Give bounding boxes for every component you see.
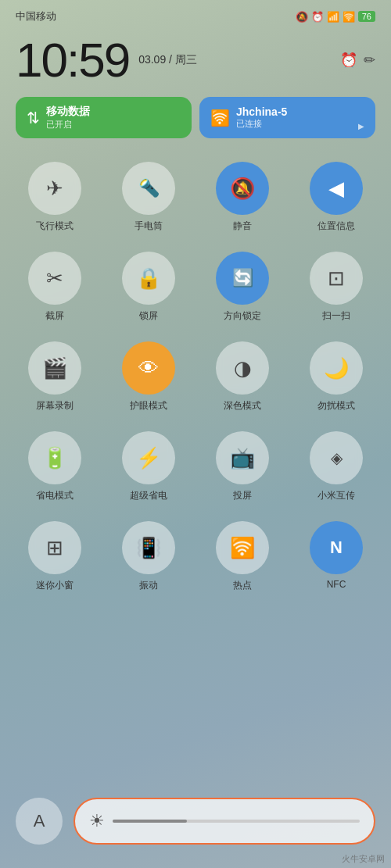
- mute-item[interactable]: 🔕 静音: [196, 154, 289, 244]
- darkmode-label: 深色模式: [224, 399, 261, 413]
- brightness-row: A ☀: [16, 798, 375, 845]
- darkmode-circle: ◑: [216, 341, 269, 395]
- screenshot-label: 截屏: [45, 309, 64, 323]
- vibrate-label: 振动: [139, 579, 158, 592]
- edit-icon[interactable]: ✏: [364, 52, 375, 69]
- mitransfer-label: 小米互传: [317, 489, 355, 502]
- battery-circle: 🔋: [28, 431, 81, 484]
- battery-save-icon: 🔋: [42, 446, 67, 470]
- hotspot-item[interactable]: 🛜 热点: [196, 513, 289, 603]
- wifi-icon: 🛜: [343, 11, 355, 23]
- flashlight-item[interactable]: 🔦 手电筒: [102, 154, 196, 244]
- font-size-button[interactable]: A: [16, 798, 63, 845]
- miniwin-item[interactable]: ⊞ 迷你小窗: [8, 513, 102, 603]
- transfer-icon: ◈: [331, 448, 343, 467]
- nfc-circle: N: [310, 521, 363, 574]
- cast-circle: 📺: [216, 431, 269, 484]
- vibrate-item[interactable]: 📳 振动: [102, 513, 196, 603]
- supersave-circle: ⚡: [122, 431, 175, 484]
- cast-label: 投屏: [233, 489, 252, 502]
- dnd-circle: 🌙: [310, 341, 363, 395]
- time-action-icons: ⏰ ✏: [340, 52, 375, 69]
- time-section: 10:59 03.09 / 周三 ⏰ ✏: [0, 30, 391, 97]
- mute-icon: 🔕: [230, 177, 255, 201]
- scan-label: 扫一扫: [322, 309, 350, 323]
- location-circle: ◀: [310, 162, 363, 215]
- nfc-item[interactable]: N NFC: [289, 513, 383, 603]
- wifi-toggle[interactable]: 🛜 Jhchina-5 已连接 ▶: [199, 97, 375, 138]
- flashlight-icon: 🔦: [138, 178, 160, 198]
- watermark: 火牛安卓网: [342, 853, 385, 865]
- screenshot-icon: ✂: [46, 266, 63, 291]
- darkmode-item[interactable]: ◑ 深色模式: [196, 334, 289, 423]
- wifi-name: Jhchina-5: [236, 105, 287, 118]
- flashlight-label: 手电筒: [135, 220, 163, 233]
- brightness-slider[interactable]: ☀: [74, 798, 375, 845]
- screenrecord-icon: 🎬: [42, 356, 67, 380]
- carrier-label: 中国移动: [16, 9, 56, 23]
- battery-label: 省电模式: [36, 489, 74, 502]
- rotation-item[interactable]: 🔄 方向锁定: [196, 244, 289, 334]
- rotation-label: 方向锁定: [224, 309, 261, 323]
- screenrecord-item[interactable]: 🎬 屏幕录制: [8, 334, 102, 423]
- nfc-label: NFC: [327, 579, 346, 590]
- airplane-mode-circle: ✈: [28, 162, 81, 215]
- battery-icon: 76: [358, 11, 375, 22]
- mute-circle: 🔕: [216, 162, 269, 215]
- hotspot-label: 热点: [233, 579, 252, 592]
- miniwin-circle: ⊞: [28, 521, 81, 574]
- cast-item[interactable]: 📺 投屏: [196, 423, 289, 513]
- lockscreen-circle: 🔒: [122, 252, 175, 305]
- mitransfer-circle: ◈: [310, 431, 363, 484]
- signal-icon: 📶: [327, 11, 339, 23]
- mute-icon: 🔕: [296, 11, 308, 23]
- dnd-item[interactable]: 🌙 勿扰模式: [289, 334, 383, 423]
- mobile-data-text: 移动数据 已开启: [46, 105, 90, 130]
- mute-label: 静音: [233, 220, 252, 233]
- screenrecord-label: 屏幕录制: [36, 399, 74, 413]
- nfc-icon: N: [330, 538, 343, 558]
- mobile-data-status: 已开启: [46, 119, 90, 130]
- supersave-label: 超级省电: [130, 489, 167, 502]
- eyeprotect-item[interactable]: 👁 护眼模式: [102, 334, 196, 423]
- vibrate-circle: 📳: [122, 521, 175, 574]
- screenshot-circle: ✂: [28, 252, 81, 305]
- location-icon: ◀: [328, 177, 344, 201]
- eyeprotect-circle: 👁: [122, 341, 175, 395]
- hotspot-icon: 🛜: [230, 536, 255, 560]
- supersave-item[interactable]: ⚡ 超级省电: [102, 423, 196, 513]
- mobile-data-toggle[interactable]: ⇅ 移动数据 已开启: [16, 97, 192, 138]
- date-info: 03.09 / 周三: [138, 53, 197, 67]
- miniwin-icon: ⊞: [46, 536, 63, 560]
- sun-icon: ☀: [89, 811, 105, 831]
- status-icons: 🔕 ⏰ 📶 🛜 76: [296, 11, 375, 23]
- bolt-icon: ⚡: [136, 446, 161, 470]
- moon-icon: 🌙: [324, 356, 349, 380]
- alarm-set-icon[interactable]: ⏰: [340, 52, 357, 69]
- date-text: 03.09 / 周三: [138, 53, 197, 67]
- brightness-bar: [113, 820, 360, 823]
- airplane-icon: ✈: [46, 177, 63, 201]
- status-bar: 中国移动 🔕 ⏰ 📶 🛜 76: [0, 0, 391, 30]
- lockscreen-item[interactable]: 🔒 锁屏: [102, 244, 196, 334]
- clock-display: 10:59: [16, 36, 129, 84]
- eye-icon: 👁: [138, 356, 159, 380]
- vibrate-icon: 📳: [136, 536, 161, 560]
- font-a-label: A: [34, 811, 45, 831]
- location-item[interactable]: ◀ 位置信息: [289, 154, 383, 244]
- dnd-label: 勿扰模式: [317, 399, 355, 413]
- battery-item[interactable]: 🔋 省电模式: [8, 423, 102, 513]
- screenshot-item[interactable]: ✂ 截屏: [8, 244, 102, 334]
- scan-circle: ⊡: [310, 252, 363, 305]
- wifi-toggle-icon: 🛜: [210, 109, 230, 127]
- scan-item[interactable]: ⊡ 扫一扫: [289, 244, 383, 334]
- dark-icon: ◑: [234, 356, 252, 380]
- mitransfer-item[interactable]: ◈ 小米互传: [289, 423, 383, 513]
- location-label: 位置信息: [317, 220, 355, 233]
- lockscreen-label: 锁屏: [139, 309, 158, 323]
- eyeprotect-label: 护眼模式: [130, 399, 167, 413]
- wifi-corner-icon: ▶: [358, 122, 364, 130]
- airplane-mode-item[interactable]: ✈ 飞行模式: [8, 154, 102, 244]
- alarm-icon: ⏰: [311, 11, 324, 23]
- cast-icon: 📺: [230, 446, 255, 470]
